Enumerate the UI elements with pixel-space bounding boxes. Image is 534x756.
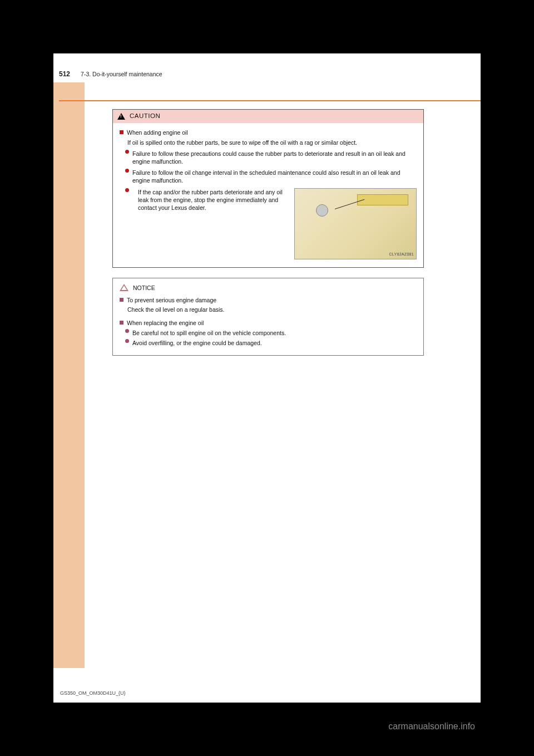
caution-bullet-text: If the cap and/or the rubber parts deter… <box>138 188 289 212</box>
page: 512 7-3. Do-it-yourself maintenance CAUT… <box>53 53 481 703</box>
notice-bullet-text: Avoid overfilling, or the engine could b… <box>132 339 417 347</box>
notice-section: When replacing the engine oil Be careful… <box>120 319 417 347</box>
caution-intro: If oil is spilled onto the rubber parts,… <box>127 139 417 146</box>
inset-detail-icon <box>357 194 408 205</box>
notice-text: Check the oil level on a regular basis. <box>127 306 417 313</box>
footer-ref: GS350_OM_OM30D41U_(U) <box>60 690 126 696</box>
notice-label: NOTICE <box>133 284 155 292</box>
section-path: 7-3. Do-it-yourself maintenance <box>81 71 162 77</box>
caution-bullet-row: Failure to follow the oil change interva… <box>125 169 417 184</box>
caution-header: CAUTION <box>113 110 423 123</box>
notice-bullet-text: Be careful not to spill engine oil on th… <box>132 329 417 337</box>
oil-cap-icon <box>316 204 328 217</box>
notice-box: NOTICE To prevent serious engine damage … <box>112 278 424 356</box>
square-bullet-icon <box>120 321 123 325</box>
caution-bullet-row: Failure to follow these precautions coul… <box>125 150 417 165</box>
notice-triangle-icon <box>120 284 128 291</box>
watermark: carmanualsonline.info <box>388 721 475 732</box>
dot-bullet-icon <box>125 169 129 173</box>
warning-triangle-icon <box>117 113 125 120</box>
notice-bullet-row: Avoid overfilling, or the engine could b… <box>125 339 417 347</box>
caution-box: CAUTION When adding engine oil If oil is… <box>112 109 424 268</box>
dot-bullet-icon <box>125 188 129 192</box>
caution-label: CAUTION <box>130 112 160 121</box>
notice-bullet-row: Be careful not to spill engine oil on th… <box>125 329 417 337</box>
dot-bullet-icon <box>125 150 129 154</box>
dot-bullet-icon <box>125 329 129 333</box>
page-header: 512 7-3. Do-it-yourself maintenance <box>59 70 475 78</box>
caution-bullet-text: Failure to follow these precautions coul… <box>132 150 417 165</box>
notice-heading: When replacing the engine oil <box>127 320 204 326</box>
square-bullet-icon <box>120 130 123 134</box>
image-reference: CLY82AZ081 <box>389 252 414 257</box>
notice-section: To prevent serious engine damage Check t… <box>120 296 417 313</box>
dot-bullet-icon <box>125 339 129 343</box>
square-bullet-icon <box>120 298 123 302</box>
caution-body: When adding engine oil If oil is spilled… <box>113 123 423 267</box>
caution-heading-text: When adding engine oil <box>127 129 188 136</box>
notice-header: NOTICE <box>120 284 417 292</box>
caution-heading: When adding engine oil <box>120 129 417 136</box>
engine-oil-cap-illustration: CLY82AZ081 <box>294 188 417 259</box>
caution-bullet-text: Failure to follow the oil change interva… <box>132 169 417 184</box>
content-area: CAUTION When adding engine oil If oil is… <box>112 109 424 356</box>
page-number: 512 <box>59 70 70 78</box>
side-tab <box>53 82 85 668</box>
notice-heading: To prevent serious engine damage <box>127 297 216 303</box>
header-rule <box>59 100 481 101</box>
caution-bullet-with-image: If the cap and/or the rubber parts deter… <box>125 188 417 259</box>
